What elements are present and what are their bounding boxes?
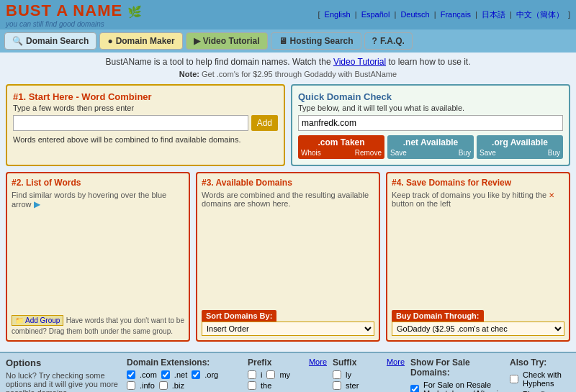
list-of-words-box: #2. List of Words Find similar words by … — [6, 172, 190, 342]
ext-com-label: .com — [140, 370, 157, 379]
prefix-column: Prefix More i my the bust a — [248, 357, 327, 392]
logo-area: BUST A NAME 🌿 you can still find good do… — [6, 1, 143, 28]
buy-select[interactable]: GoDaddy ($2.95 .com's at chec — [392, 322, 564, 336]
show-sale-title: Show For Sale Domains: — [410, 357, 504, 378]
ext-org-label: .org — [204, 370, 218, 379]
prefix-title: Prefix — [248, 357, 271, 368]
intro-text-part1: BustAName is a tool to help find domain … — [106, 57, 331, 67]
nav-faq[interactable]: ? F.A.Q. — [364, 32, 413, 50]
domain-check-input[interactable] — [298, 115, 563, 131]
words-footer: 📁 Add Group Have words that you don't wa… — [12, 315, 184, 336]
also-hyphens-checkbox[interactable] — [510, 375, 518, 383]
ext-org-checkbox[interactable] — [192, 370, 200, 379]
three-columns: #2. List of Words Find similar words by … — [6, 172, 570, 342]
save-hint: Keep track of domains you like by hittin… — [392, 191, 564, 208]
ext-biz-checkbox[interactable] — [159, 381, 168, 390]
com-whois-link[interactable]: Whois — [301, 149, 321, 157]
nav-hosting-label: Hosting Search — [290, 36, 354, 46]
quick-check-title: Quick Domain Check — [298, 91, 563, 102]
combiner-subtitle: Type a few words then press enter — [13, 104, 278, 112]
buy-section: Buy Domain Through: GoDaddy ($2.95 .com'… — [392, 310, 564, 336]
combiner-note: Words entered above will be combined to … — [13, 135, 278, 144]
com-remove-link[interactable]: Remove — [355, 149, 382, 157]
lang-chinese[interactable]: 中文（簡体） — [516, 10, 564, 19]
org-result-label: .org Available — [480, 137, 560, 147]
nav-bar: 🔍 Domain Search ● Domain Maker ▶ Video T… — [0, 29, 576, 53]
add-group-label: Add Group — [25, 316, 60, 324]
prefix-i-checkbox[interactable] — [248, 370, 256, 379]
save-domains-box: #4. Save Domains for Review Keep track o… — [386, 172, 570, 342]
ext-net-checkbox[interactable] — [161, 370, 170, 379]
net-result-links: Save Buy — [390, 149, 471, 157]
show-sale-checkbox[interactable] — [410, 385, 419, 392]
also-hyphens-row: Check with Hyphens — [510, 370, 570, 388]
org-result-links: Save Buy — [480, 149, 560, 157]
prefix-title-row: Prefix More — [248, 357, 327, 368]
available-domains-box: #3. Available Domains Words are combined… — [196, 172, 380, 342]
save-box-title: #4. Save Domains for Review — [392, 178, 564, 188]
org-save-link[interactable]: Save — [480, 149, 496, 157]
main-content: BustAName is a tool to help find domain … — [0, 53, 576, 352]
lang-francais[interactable]: Français — [441, 10, 471, 19]
sort-select[interactable]: Insert Order Alphabetical Length Popular… — [202, 322, 374, 336]
suffix-more-link[interactable]: More — [387, 357, 405, 368]
word-input-row: Add — [13, 115, 278, 131]
sort-label: Sort Domains By: — [202, 310, 276, 322]
nav-domain-maker[interactable]: ● Domain Maker — [99, 32, 182, 50]
ext-com-row: .com .net .org — [127, 370, 242, 379]
lang-japanese[interactable]: 日本語 — [482, 10, 505, 19]
options-column: Options No luck? Try checking some optio… — [6, 357, 121, 392]
ext-com-checkbox[interactable] — [127, 370, 135, 379]
net-save-link[interactable]: Save — [390, 149, 407, 157]
nav-maker-label: Domain Maker — [116, 36, 175, 46]
also-try-column: Also Try: Check with Hyphens Pluralize N… — [510, 357, 570, 392]
word-input[interactable] — [13, 115, 248, 131]
suffix-ly-checkbox[interactable] — [333, 370, 341, 379]
suffix-title: Suffix — [333, 357, 356, 368]
blue-arrow-icon: ▶ — [34, 199, 40, 209]
sort-section: Sort Domains By: Insert Order Alphabetic… — [202, 310, 374, 336]
language-bar: [ English | Español | Deutsch | Français… — [318, 9, 570, 20]
video-tutorial-link[interactable]: Video Tutorial — [333, 57, 386, 67]
ext-info-checkbox[interactable] — [127, 381, 135, 390]
logo-container: BUST A NAME 🌿 you can still find good do… — [6, 1, 143, 28]
ext-biz-label: .biz — [172, 381, 184, 390]
net-result-label: .net Available — [390, 137, 471, 147]
lang-english[interactable]: English — [325, 10, 351, 19]
suffix-column: Suffix More ly ster let — [333, 357, 405, 392]
ext-net-label: .net — [174, 370, 187, 379]
com-result-label: .com Taken — [301, 137, 382, 147]
prefix-the-checkbox[interactable] — [248, 381, 256, 390]
word-combiner-box: #1. Start Here - Word Combiner Type a fe… — [6, 84, 285, 166]
nav-domain-search[interactable]: 🔍 Domain Search — [4, 32, 96, 50]
search-icon: 🔍 — [12, 36, 23, 46]
org-buy-link[interactable]: Buy — [548, 149, 560, 157]
logo-text: BUST A NAME 🌿 — [6, 1, 143, 20]
prefix-i-label: i — [261, 370, 262, 379]
nav-hosting-search[interactable]: 🖥 Hosting Search — [271, 32, 361, 50]
domain-results: .com Taken Whois Remove .net Available S… — [298, 135, 563, 159]
save-content-area: Keep track of domains you like by hittin… — [392, 191, 564, 306]
suffix-ster-checkbox[interactable] — [333, 381, 341, 390]
intro-text-part2: to learn how to use it. — [388, 57, 470, 67]
combiner-title: #1. Start Here - Word Combiner — [13, 91, 278, 102]
video-icon: ▶ — [194, 36, 200, 46]
net-buy-link[interactable]: Buy — [459, 149, 471, 157]
buy-label: Buy Domain Through: — [392, 310, 484, 322]
prefix-my-checkbox[interactable] — [266, 370, 275, 379]
hosting-icon: 🖥 — [279, 36, 287, 46]
add-group-button[interactable]: 📁 Add Group — [12, 315, 63, 326]
suffix-title-row: Suffix More — [333, 357, 405, 368]
extensions-title: Domain Extensions: — [127, 357, 242, 368]
nav-video-tutorial[interactable]: ▶ Video Tutorial — [186, 32, 268, 50]
com-result-links: Whois Remove — [301, 149, 382, 157]
lang-deutsch[interactable]: Deutsch — [400, 10, 429, 19]
show-sale-row: For Sale on Resale Marketplaces (Afterni… — [410, 380, 504, 392]
top-bar: BUST A NAME 🌿 you can still find good do… — [0, 0, 576, 29]
prefix-more-link[interactable]: More — [309, 357, 327, 368]
quick-domain-check-box: Quick Domain Check Type below, and it wi… — [291, 84, 570, 166]
add-word-button[interactable]: Add — [251, 115, 278, 131]
prefix-the-label: the — [261, 381, 271, 390]
lang-espanol[interactable]: Español — [361, 10, 390, 19]
suffix-ster-row: ster — [333, 381, 405, 390]
